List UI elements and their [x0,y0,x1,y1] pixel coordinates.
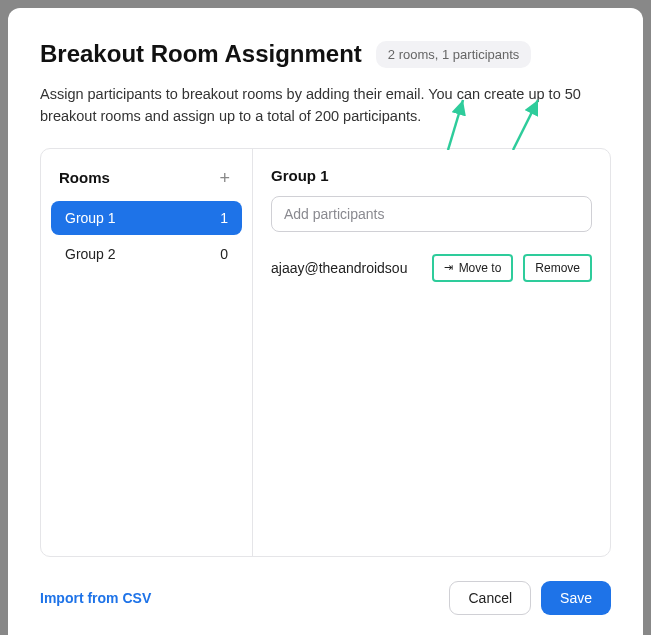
modal-footer: Import from CSV Cancel Save [40,557,611,615]
room-count-badge: 2 rooms, 1 participants [376,41,532,68]
add-participants-input[interactable] [271,196,592,232]
import-csv-link[interactable]: Import from CSV [40,590,151,606]
breakout-assignment-modal: Breakout Room Assignment 2 rooms, 1 part… [8,8,643,635]
rooms-panel: Rooms + Group 1 1 Group 2 0 [41,149,253,557]
room-count: 0 [220,246,228,262]
rooms-panel-header: Rooms + [51,163,242,201]
room-count: 1 [220,210,228,226]
room-item-group-2[interactable]: Group 2 0 [51,237,242,271]
detail-title: Group 1 [271,167,592,184]
room-item-group-1[interactable]: Group 1 1 [51,201,242,235]
participant-email: ajaay@theandroidsou [271,260,424,276]
participant-row: ajaay@theandroidsou ⇥ Move to Remove [271,254,592,282]
arrow-to-remove [513,148,538,151]
cancel-button[interactable]: Cancel [449,581,531,615]
move-to-button[interactable]: ⇥ Move to [432,254,514,282]
page-title: Breakout Room Assignment [40,40,362,68]
room-name: Group 1 [65,210,116,226]
move-to-label: Move to [459,261,502,275]
annotation-arrows [398,148,598,151]
participant-actions: ⇥ Move to Remove [432,254,592,282]
modal-header: Breakout Room Assignment 2 rooms, 1 part… [40,40,611,68]
room-detail-panel: Group 1 ajaay@theandroidsou ⇥ Move to Re… [253,149,610,557]
remove-label: Remove [535,261,580,275]
move-to-icon: ⇥ [444,261,453,274]
modal-description: Assign participants to breakout rooms by… [40,84,611,128]
add-room-icon[interactable]: + [215,169,234,187]
footer-buttons: Cancel Save [449,581,611,615]
arrow-to-move-to [448,148,463,151]
panels-container: Rooms + Group 1 1 Group 2 0 Group 1 ajaa… [40,148,611,558]
remove-button[interactable]: Remove [523,254,592,282]
save-button[interactable]: Save [541,581,611,615]
room-name: Group 2 [65,246,116,262]
rooms-heading: Rooms [59,169,110,186]
